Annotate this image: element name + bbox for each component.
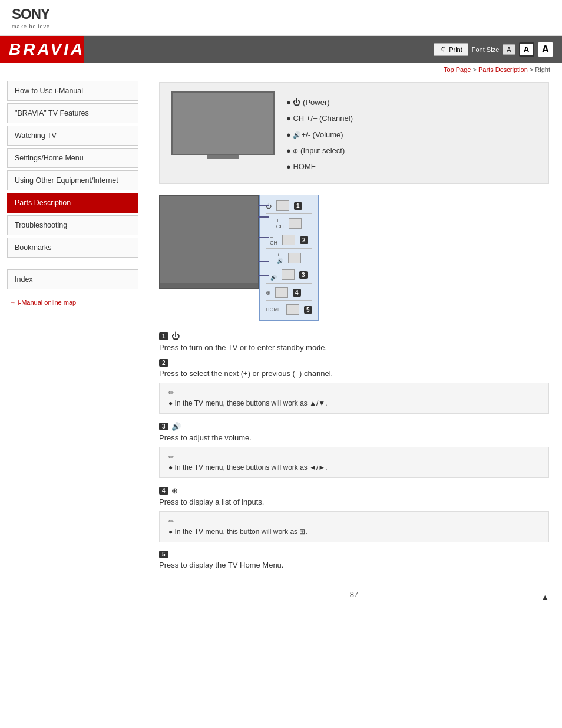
section-3-icon: 🔊	[171, 422, 181, 431]
font-small-button[interactable]: A	[503, 44, 515, 55]
bravia-title: BRAVIA	[9, 40, 85, 59]
content-area: ● ⏻ (Power) ● CH +/– (Channel) ● 🔊+/- (V…	[146, 76, 562, 614]
sidebar-item-bookmarks[interactable]: Bookmarks	[7, 238, 138, 258]
breadcrumb-current: Right	[535, 66, 550, 73]
font-size-label: Font Size	[472, 46, 499, 53]
list-item: ● ⏻ (Power)	[286, 94, 353, 110]
breadcrumb-parts[interactable]: Parts Description	[478, 66, 528, 73]
sidebar-item-how-to[interactable]: How to Use i-Manual	[7, 81, 138, 101]
section-1-desc: Press to turn on the TV or to enter stan…	[159, 343, 549, 352]
sidebar-item-watching[interactable]: Watching TV	[7, 126, 138, 146]
sidebar-item-parts[interactable]: Parts Description	[7, 193, 138, 213]
list-item: ● CH +/– (Channel)	[286, 110, 353, 126]
page-number: 87 ▲	[159, 581, 549, 602]
breadcrumb: Top Page > Parts Description > Right	[0, 63, 562, 76]
badge-4: 4	[293, 289, 301, 297]
section-3-desc: Press to adjust the volume.	[159, 433, 549, 442]
section-3-header: 3 🔊	[159, 422, 549, 431]
top-arrow[interactable]: ▲	[541, 592, 549, 602]
online-map-link[interactable]: → i-Manual online map	[7, 294, 138, 311]
sidebar-item-troubleshooting[interactable]: Troubleshooting	[7, 215, 138, 235]
panel-row-power: ⏻ 1	[266, 198, 312, 214]
tv-side-image	[159, 195, 259, 289]
section-2-desc: Press to select the next (+) or previous…	[159, 369, 549, 378]
badge-3: 3	[299, 271, 308, 279]
section-1-header: 1 ⏻	[159, 331, 549, 341]
font-large-button[interactable]: A	[538, 42, 553, 57]
tv-features-list: ● ⏻ (Power) ● CH +/– (Channel) ● 🔊+/- (V…	[286, 94, 353, 174]
bravia-controls: 🖨 Print Font Size A A A	[434, 42, 553, 57]
tv-top-section: ● ⏻ (Power) ● CH +/– (Channel) ● 🔊+/- (V…	[159, 82, 549, 184]
badge-2: 2	[300, 236, 308, 244]
button-panel: ⏻ 1 +CH –CH 2	[259, 195, 319, 321]
sidebar-item-index[interactable]: Index	[7, 269, 138, 289]
section-4-header: 4 ⊕	[159, 486, 549, 495]
sidebar-item-using-other[interactable]: Using Other Equipment/Internet	[7, 170, 138, 190]
header: SONY make.believe	[0, 0, 562, 36]
sony-logo: SONY	[12, 7, 550, 21]
list-item: ● 🔊+/- (Volume)	[286, 127, 353, 143]
sidebar-item-bravia-features[interactable]: "BRAVIA" TV Features	[7, 103, 138, 123]
panel-row-home: HOME 5	[266, 302, 312, 317]
print-button[interactable]: 🖨 Print	[434, 43, 468, 56]
badge-1: 1	[294, 202, 302, 210]
list-item: ● HOME	[286, 159, 353, 174]
font-medium-button[interactable]: A	[519, 42, 534, 57]
section-4-desc: Press to display a list of inputs.	[159, 498, 549, 506]
breadcrumb-top[interactable]: Top Page	[444, 66, 471, 73]
badge-5: 5	[304, 306, 312, 314]
list-item: ● ⊕ (Input select)	[286, 143, 353, 159]
main-layout: How to Use i-Manual "BRAVIA" TV Features…	[0, 76, 562, 614]
panel-row-ch: +CH –CH 2	[266, 215, 312, 249]
print-icon: 🖨	[439, 45, 447, 54]
section-3-note: ✏ ● In the TV menu, these buttons will w…	[159, 447, 549, 478]
section-4-icon: ⊕	[171, 486, 178, 495]
section-5-desc: Press to display the TV Home Menu.	[159, 561, 549, 569]
tv-side-diagram: ⏻ 1 +CH –CH 2	[159, 195, 549, 321]
section-5-header: 5	[159, 551, 549, 558]
tv-image-placeholder	[171, 91, 275, 162]
sidebar-item-settings[interactable]: Settings/Home Menu	[7, 148, 138, 168]
section-4-note: ✏ ● In the TV menu, this button will wor…	[159, 511, 549, 542]
bravia-bar: BRAVIA 🖨 Print Font Size A A A	[0, 36, 562, 63]
panel-row-input: ⊕ 4	[266, 285, 312, 301]
section-2-note: ✏ ● In the TV menu, these buttons will w…	[159, 383, 549, 414]
sidebar: How to Use i-Manual "BRAVIA" TV Features…	[0, 76, 146, 614]
section-2-header: 2	[159, 359, 549, 367]
panel-row-vol: +🔊 –🔊 3	[266, 250, 312, 284]
sony-tagline: make.believe	[12, 24, 50, 29]
section-1-icon: ⏻	[171, 331, 180, 341]
